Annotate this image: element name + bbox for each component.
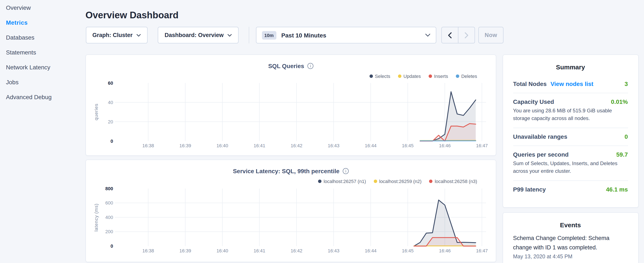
queries-per-second-subtext: Sum of Selects, Updates, Inserts, and De… — [513, 160, 628, 175]
sidebar: Overview Metrics Databases Statements Ne… — [0, 0, 85, 263]
toolbar: Graph: Cluster Dashboard: Overview 10m P… — [86, 27, 509, 43]
summary-panel: Summary Total Nodes View nodes list 3 Ca… — [502, 55, 638, 208]
time-range-picker[interactable]: 10m Past 10 Minutes — [256, 27, 436, 43]
svg-text:0: 0 — [110, 243, 113, 248]
svg-text:16:41: 16:41 — [254, 143, 265, 148]
svg-text:16:41: 16:41 — [254, 248, 265, 253]
svg-text:16:42: 16:42 — [291, 248, 302, 253]
svg-text:16:46: 16:46 — [439, 248, 451, 253]
time-step-buttons — [442, 27, 475, 43]
svg-text:0: 0 — [110, 139, 113, 144]
sidebar-item-overview[interactable]: Overview — [0, 0, 85, 15]
svg-text:16:38: 16:38 — [142, 248, 154, 253]
events-title: Events — [513, 213, 628, 228]
sidebar-item-metrics[interactable]: Metrics — [0, 15, 85, 30]
page-title: Overview Dashboard — [86, 10, 178, 21]
svg-text:20: 20 — [108, 119, 113, 124]
previous-time-button[interactable] — [442, 27, 458, 43]
event-item-timestamp: May 13, 2020 at 4:45 PM — [513, 254, 628, 259]
svg-text:16:39: 16:39 — [180, 248, 191, 253]
svg-text:600: 600 — [105, 200, 113, 205]
svg-text:60: 60 — [108, 80, 113, 86]
capacity-used-subtext: You are using 28.6 MiB of 515.9 GiB usab… — [513, 107, 628, 122]
total-nodes-value: 3 — [624, 80, 628, 87]
next-time-button[interactable] — [458, 27, 474, 43]
chevron-down-icon — [228, 34, 232, 36]
sidebar-item-statements[interactable]: Statements — [0, 45, 85, 60]
svg-text:200: 200 — [105, 229, 113, 234]
chevron-left-icon — [448, 32, 452, 38]
svg-text:16:44: 16:44 — [365, 143, 376, 148]
sql-queries-chart[interactable]: 16:3816:3916:4016:4116:4216:4316:4416:45… — [86, 55, 496, 155]
events-panel: Events Schema Change Completed: Schema c… — [502, 212, 638, 263]
view-nodes-list-link[interactable]: View nodes list — [550, 80, 594, 87]
time-range-label: Past 10 Minutes — [281, 32, 326, 39]
graph-dropdown[interactable]: Graph: Cluster — [86, 27, 147, 43]
svg-text:16:47: 16:47 — [476, 143, 488, 148]
dashboard-dropdown[interactable]: Dashboard: Overview — [158, 27, 238, 43]
toolbar-divider — [248, 27, 249, 43]
service-latency-chart-card: Service Latency: SQL, 99th percentile i … — [86, 159, 496, 262]
sidebar-item-network-latency[interactable]: Network Latency — [0, 60, 85, 75]
svg-text:queries: queries — [94, 103, 99, 120]
sidebar-item-databases[interactable]: Databases — [0, 30, 85, 45]
sql-queries-chart-card: SQL Queries i SelectsUpdatesInsertsDelet… — [86, 55, 496, 156]
summary-row-queries-per-second: Queries per second 59.7 Sum of Selects, … — [513, 146, 628, 181]
svg-text:16:45: 16:45 — [402, 143, 414, 148]
summary-row-unavailable-ranges: Unavailable ranges 0 — [513, 128, 628, 146]
unavailable-ranges-value: 0 — [624, 133, 628, 140]
svg-text:16:44: 16:44 — [365, 248, 376, 253]
svg-text:16:43: 16:43 — [328, 143, 339, 148]
capacity-used-value: 0.01% — [611, 98, 628, 105]
service-latency-chart[interactable]: 16:3816:3916:4016:4116:4216:4316:4416:45… — [86, 160, 496, 261]
svg-text:latency (ms): latency (ms) — [94, 203, 99, 231]
sidebar-item-advanced-debug[interactable]: Advanced Debug — [0, 89, 85, 104]
p99-latency-value: 46.1 ms — [606, 186, 628, 193]
now-button[interactable]: Now — [478, 27, 504, 43]
svg-text:40: 40 — [108, 100, 113, 105]
chevron-down-icon — [425, 34, 430, 37]
svg-text:16:45: 16:45 — [402, 248, 414, 253]
app-viewport: Overview Metrics Databases Statements Ne… — [0, 0, 644, 263]
summary-row-capacity-used: Capacity Used 0.01% You are using 28.6 M… — [513, 93, 628, 128]
queries-per-second-value: 59.7 — [616, 151, 628, 158]
svg-text:16:46: 16:46 — [439, 143, 451, 148]
svg-text:16:40: 16:40 — [216, 248, 228, 253]
svg-text:16:38: 16:38 — [142, 143, 154, 148]
svg-text:16:40: 16:40 — [216, 143, 228, 148]
svg-text:16:39: 16:39 — [180, 143, 191, 148]
time-range-badge: 10m — [262, 31, 276, 39]
summary-row-p99-latency: P99 latency 46.1 ms — [513, 181, 628, 198]
svg-text:400: 400 — [105, 214, 113, 220]
sidebar-item-jobs[interactable]: Jobs — [0, 75, 85, 89]
event-item-text: Schema Change Completed: Schema change w… — [513, 234, 628, 252]
summary-row-total-nodes: Total Nodes View nodes list 3 — [513, 75, 628, 93]
svg-text:16:42: 16:42 — [291, 143, 302, 148]
chevron-down-icon — [136, 34, 141, 36]
summary-title: Summary — [513, 55, 628, 71]
svg-text:16:47: 16:47 — [476, 248, 488, 253]
svg-text:16:43: 16:43 — [328, 248, 339, 253]
chevron-right-icon — [465, 32, 468, 38]
svg-text:800: 800 — [105, 186, 113, 191]
